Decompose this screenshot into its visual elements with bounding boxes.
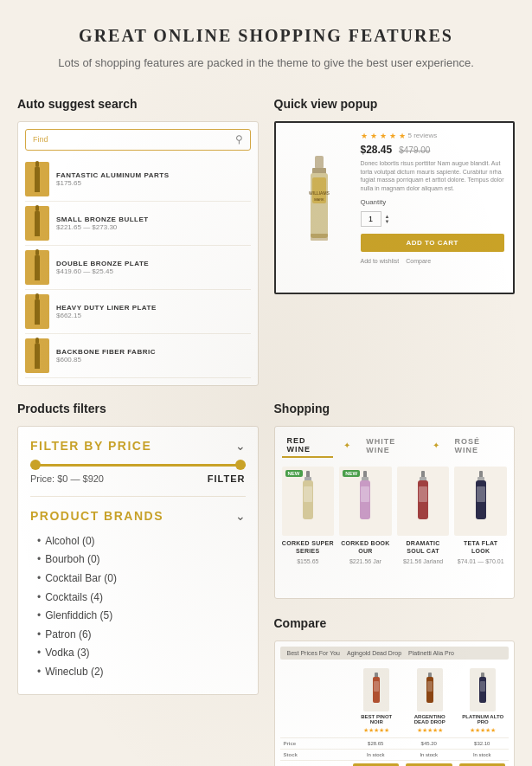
compare-prod-name: Best Pinot Noir	[355, 714, 400, 724]
compare-link[interactable]: Compare	[406, 258, 431, 264]
search-item[interactable]: FANTASTIC ALUMINUM PARTS $175.65	[25, 158, 251, 202]
wine-bottle-icon	[35, 299, 40, 325]
qty-down-arrow[interactable]: ▼	[385, 219, 390, 224]
wine-card-price: $74.01 — $70.01	[458, 558, 504, 564]
qty-arrows: ▲ ▼	[385, 214, 390, 224]
brand-list-item[interactable]: Bourboh (0)	[37, 550, 246, 570]
compare-tab-1[interactable]: Agingold Dead Drop	[347, 650, 401, 656]
compare-stars: ★★★★★	[470, 727, 496, 734]
compare-tab-2[interactable]: Platinetti Alia Pro	[408, 650, 454, 656]
compare-stock-val-2: In stock	[402, 750, 456, 760]
tab-white-wine[interactable]: WHITE WINE	[361, 434, 421, 457]
tab-divider-2: ✦	[433, 441, 439, 450]
search-results-list: FANTASTIC ALUMINUM PARTS $175.65 SMALL B…	[25, 158, 251, 378]
svg-rect-0	[315, 156, 324, 169]
page-title: GREAT ONLINE SHOPPING FEATURES	[17, 26, 515, 46]
quickview-product-image: WILLIAMS MARK	[285, 132, 354, 284]
brand-list-item[interactable]: Cocktails (4)	[37, 589, 246, 608]
compare-table-area: Best Pinot Noir ★★★★★ Argentino Dead Dro…	[280, 665, 510, 766]
star-1: ★	[361, 132, 368, 140]
tab-red-wine[interactable]: RED WINE	[282, 434, 334, 458]
shopping-mockup: RED WINE ✦ WHITE WINE ✦ ROSÉ WINE NEW CO…	[274, 426, 516, 599]
search-item-price: $175.65	[56, 179, 170, 187]
wine-product-card[interactable]: TETA FLAT LOOK $74.01 — $70.01	[454, 467, 507, 564]
wine-product-card[interactable]: NEW CORKED SUPER SERIES $155.65	[282, 467, 335, 564]
search-item-image	[25, 294, 49, 329]
svg-rect-14	[361, 486, 369, 502]
compare-buttons-row: ADD TO CART ADD TO CART ADD TO CART	[280, 760, 510, 766]
brand-name: Cocktails (4)	[45, 589, 103, 608]
svg-rect-28	[427, 681, 433, 692]
brands-chevron[interactable]: ⌄	[235, 509, 246, 524]
wine-card-price: $155.65	[297, 558, 318, 564]
search-item[interactable]: SMALL BRONZE BULLET $221.65 — $273.30	[25, 202, 251, 246]
search-item[interactable]: DOUBLE BRONZE PLATE $419.60 — $25.45	[25, 246, 251, 290]
brand-list-item[interactable]: Glenfiddich (5)	[37, 607, 246, 626]
search-item[interactable]: BACKBONE FIBER FABRIC $600.85	[25, 334, 251, 378]
wine-product-card[interactable]: NEW CORKED BOOK OUR $221.56 Jar	[339, 467, 392, 564]
wine-product-card[interactable]: DRAMATIC SOUL CAT $21.56 Jarland	[397, 467, 450, 564]
filter-price-chevron[interactable]: ⌄	[235, 439, 246, 454]
brand-list-item[interactable]: Alcohol (0)	[37, 532, 246, 551]
compare-price-label: Price	[280, 738, 349, 749]
features-grid: Auto suggest search ⚲ FANTASTIC ALUMINUM…	[17, 97, 515, 766]
filters-feature-section: Products filters FILTER BY PRICE ⌄ Price…	[17, 402, 259, 766]
wine-card-name: DRAMATIC SOUL CAT	[397, 539, 450, 555]
filter-price-header: FILTER BY PRICE ⌄	[30, 439, 246, 454]
compare-price-row: Price $28.65 $45.20 $32.10	[280, 737, 510, 749]
search-input[interactable]	[33, 135, 235, 144]
svg-rect-11	[363, 471, 367, 478]
search-item[interactable]: HEAVY DUTY LINER PLATE $662.15	[25, 290, 251, 334]
search-feature-label: Auto suggest search	[17, 97, 259, 111]
add-to-cart-button[interactable]: ADD TO CART	[361, 234, 505, 252]
wine-card-image	[397, 467, 450, 536]
compare-product-image	[470, 668, 496, 711]
shopping-feature-label: Shopping	[274, 402, 516, 415]
svg-rect-18	[419, 486, 427, 502]
brand-list-item[interactable]: Vodka (3)	[37, 644, 246, 663]
compare-btn-cell-2: ADD TO CART	[402, 761, 456, 766]
wine-bottle-icon	[35, 166, 40, 192]
compare-mockup: Best Prices For YouAgingold Dead DropPla…	[274, 640, 516, 766]
compare-tab-0[interactable]: Best Prices For You	[287, 650, 340, 656]
svg-rect-25	[374, 681, 379, 692]
wine-card-name: CORKED BOOK OUR	[339, 539, 392, 555]
product-price-old: $479.00	[399, 145, 430, 155]
compare-price-val-2: $45.20	[402, 738, 456, 749]
brand-list-item[interactable]: Wineclub (2)	[37, 663, 246, 682]
page-subtitle: Lots of shopping features are packed in …	[17, 55, 515, 73]
price-slider-track[interactable]	[30, 464, 246, 467]
compare-stars: ★★★★★	[363, 727, 389, 734]
filter-apply-button[interactable]: FILTER	[208, 473, 246, 484]
filters-feature-label: Products filters	[17, 402, 259, 415]
wishlist-link[interactable]: Add to wishlist	[361, 258, 400, 264]
quickview-info-panel: ★ ★ ★ ★ ★ 5 reviews $28.45 $479.00 Donec…	[361, 132, 505, 284]
price-range-row: Price: $0 — $920 FILTER	[30, 473, 246, 484]
quickview-mockup: WILLIAMS MARK ★ ★ ★ ★ ★ 5 reviews	[274, 121, 516, 294]
compare-product-column: Argentino Dead Drop ★★★★★	[404, 665, 456, 737]
quickview-feature-label: Quick view popup	[274, 97, 516, 111]
compare-stock-row: Stock In stock In stock In stock	[280, 749, 510, 760]
search-icon: ⚲	[235, 133, 243, 146]
search-item-name: FANTASTIC ALUMINUM PARTS	[56, 171, 170, 179]
brand-list-item[interactable]: Patron (6)	[37, 626, 246, 645]
filters-mockup: FILTER BY PRICE ⌄ Price: $0 — $920 FILTE…	[17, 426, 259, 695]
compare-product-column: Platinum Alto Pro ★★★★★	[458, 665, 510, 737]
search-item-price: $419.60 — $25.45	[56, 267, 149, 275]
star-3: ★	[380, 132, 387, 140]
slider-thumb-right[interactable]	[235, 460, 246, 470]
compare-header-row: Best Pinot Noir ★★★★★ Argentino Dead Dro…	[280, 665, 510, 737]
new-badge: NEW	[285, 470, 303, 477]
compare-btn-cell-1: ADD TO CART	[349, 761, 403, 766]
wine-card-name: TETA FLAT LOOK	[454, 539, 507, 555]
wine-bottle-icon	[35, 254, 40, 280]
quantity-input[interactable]	[361, 211, 381, 227]
search-bar: ⚲	[25, 129, 251, 151]
tab-rose-wine[interactable]: ROSÉ WINE	[450, 434, 507, 457]
wine-card-image: NEW	[339, 467, 392, 536]
brand-list-item[interactable]: Cocktail Bar (0)	[37, 570, 246, 589]
wine-bottle-icon	[35, 210, 40, 236]
shop-tabs: RED WINE ✦ WHITE WINE ✦ ROSÉ WINE	[282, 434, 508, 458]
compare-price-val-1: $28.65	[349, 738, 403, 749]
slider-thumb-left[interactable]	[30, 460, 41, 470]
